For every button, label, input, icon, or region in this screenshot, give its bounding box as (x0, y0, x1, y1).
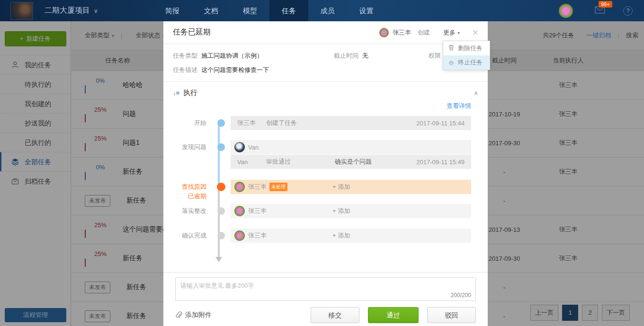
nav-item-tasks[interactable]: 任务 (269, 0, 308, 21)
log-time: 2017-09-11 15:49 (416, 159, 465, 166)
plus-icon: + (332, 232, 336, 239)
creator-avatar (379, 28, 389, 37)
message-count-badge: 99+ (599, 1, 612, 8)
add-attachment-button[interactable]: 添加附件 (175, 311, 212, 319)
assignee-avatar (234, 182, 245, 192)
execution-timeline: 开始 张三丰 创建了任务 2017-09-11 15:44 发现问题 (163, 116, 488, 272)
assignee-row: 张三丰 +添加 (231, 204, 471, 218)
timeline-step-find-cause: 查找原因 已逾期 张三丰 未处理 +添加 (163, 180, 488, 201)
step-label: 落实整改 (163, 204, 213, 218)
dot-column (213, 116, 231, 130)
step-dot (217, 183, 225, 191)
project-logo[interactable] (10, 2, 33, 20)
collapse-icon[interactable]: ∧ (474, 89, 478, 97)
field-label-type: 任务类型 (173, 52, 197, 59)
timeline-step-confirm: 确认完成 张三丰 +添加 (163, 229, 488, 243)
log-action: 创建了任务 (266, 119, 335, 127)
menu-item-label: 删除任务 (458, 44, 483, 53)
add-executor-button[interactable]: +添加 (332, 183, 350, 191)
assignee-block: 张三丰 未处理 (248, 183, 332, 191)
help-icon[interactable]: ? (623, 6, 633, 16)
step-label-text: 查找原因 (182, 183, 206, 190)
assignee-name: Van (248, 144, 259, 151)
nav-item-documents[interactable]: 文档 (192, 0, 231, 21)
project-selector[interactable]: 二期大厦项目 ∨ (45, 6, 98, 16)
menu-item-delete-task[interactable]: 删除任务 (443, 41, 490, 55)
menu-item-label: 终止任务 (458, 58, 483, 67)
nav-item-models[interactable]: 模型 (231, 0, 269, 21)
plus-icon: + (332, 183, 336, 190)
nav-item-settings[interactable]: 设置 (347, 0, 386, 21)
close-icon[interactable]: × (472, 27, 478, 38)
assignee-name: 张三丰 (248, 207, 267, 215)
dot-column (213, 204, 231, 218)
assignee-name: 张三丰 (248, 183, 267, 191)
assignee-row-active: 张三丰 未处理 +添加 (231, 180, 471, 194)
add-label: 添加 (338, 232, 350, 239)
screen: 二期大厦项目 ∨ 简报 文档 模型 任务 成员 设置 99+ ? +新建任 (0, 0, 644, 326)
timeline-step-start: 开始 张三丰 创建了任务 2017-09-11 15:44 (163, 116, 488, 130)
log-action: 审批通过 (266, 158, 335, 166)
add-executor-button[interactable]: +添加 (332, 231, 350, 240)
transfer-button[interactable]: 移交 (311, 307, 359, 323)
more-label: 更多 (443, 29, 456, 36)
assignee-name: 张三丰 (248, 231, 267, 240)
assignee-row: 张三丰 +添加 (231, 229, 471, 243)
modal-header-right: 张三丰 创建 更多▾ × (379, 27, 478, 38)
field-label-due: 截止时间 (334, 52, 358, 59)
add-label: 添加 (338, 183, 350, 190)
timeline-arrow-icon (215, 257, 222, 262)
add-executor-button[interactable]: +添加 (332, 207, 350, 215)
navbar-right: 99+ ? (559, 4, 633, 18)
execution-title: 执行 (183, 88, 197, 97)
main-nav: 简报 文档 模型 任务 成员 设置 (153, 0, 386, 21)
creator-action: 创建 (418, 28, 430, 37)
add-label: 添加 (338, 207, 350, 214)
step-dot (217, 143, 225, 151)
field-value-due: 无 (362, 52, 368, 59)
nav-item-briefing[interactable]: 简报 (153, 0, 192, 21)
view-detail-link[interactable]: 查看详情 (447, 102, 471, 109)
chevron-down-icon: ∨ (94, 8, 98, 14)
step-dot (217, 207, 225, 215)
paperclip-icon (175, 311, 182, 319)
step-label: 开始 (163, 116, 213, 130)
timeline-step-issue-found: 发现问题 Van Van 审批通过 确实是个问题 2017-09-11 15:4… (163, 140, 488, 169)
approval-comment-input[interactable] (175, 277, 476, 301)
attach-label: 添加附件 (185, 311, 212, 319)
messages-button[interactable]: 99+ (595, 6, 605, 15)
log-user: 张三丰 (237, 119, 266, 127)
creator-name: 张三丰 (393, 28, 411, 37)
step-label: 确认完成 (163, 229, 213, 243)
char-counter: 200/200 (451, 292, 471, 299)
more-menu-button[interactable]: 更多▾ (443, 28, 460, 37)
assignee-avatar (234, 142, 245, 152)
dot-column (213, 180, 231, 201)
todo-badge: 未处理 (269, 183, 287, 191)
assignee-avatar (234, 206, 245, 216)
execution-section-header: ↓≡ 执行 ∧ (163, 84, 488, 102)
caret-down-icon: ▾ (457, 30, 460, 35)
top-navbar: 二期大厦项目 ∨ 简报 文档 模型 任务 成员 设置 99+ ? (0, 0, 644, 21)
step-dot (217, 232, 225, 239)
assignee-block: 张三丰 (248, 231, 332, 240)
dot-column (213, 140, 231, 169)
dot-column (213, 229, 231, 243)
log-comment: 确实是个问题 (335, 158, 416, 166)
menu-item-terminate-task[interactable]: ⊖ 终止任务 (443, 55, 490, 70)
assignee-block: 张三丰 (248, 207, 332, 215)
plus-icon: + (332, 207, 336, 214)
approve-button[interactable]: 通过 (368, 307, 419, 323)
log-time: 2017-09-11 15:44 (416, 120, 465, 127)
detail-row: 查看详情 (163, 102, 488, 111)
field-label-permission: 权限 (429, 52, 441, 59)
overdue-label: 已逾期 (188, 193, 206, 200)
user-avatar[interactable] (559, 4, 573, 18)
modal-header: 任务已延期 张三丰 创建 更多▾ × (163, 21, 488, 44)
reject-button[interactable]: 驳回 (427, 307, 476, 323)
sort-icon: ↓≡ (173, 89, 179, 97)
modal-footer: 添加附件 移交 通过 驳回 (163, 302, 488, 323)
field-label-desc: 任务描述 (173, 66, 197, 73)
log-user: Van (237, 159, 266, 166)
nav-item-members[interactable]: 成员 (308, 0, 347, 21)
